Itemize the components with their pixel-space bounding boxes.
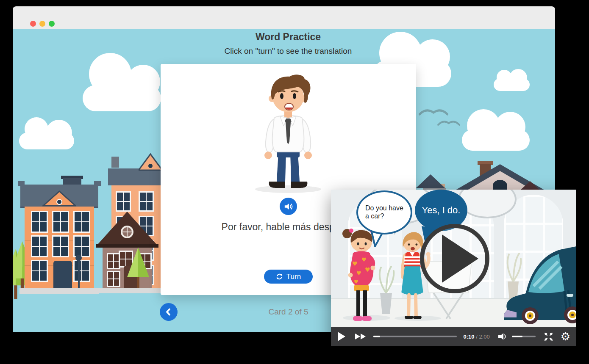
fast-forward-button[interactable] <box>355 333 367 340</box>
fullscreen-icon <box>543 331 554 342</box>
audio-button[interactable] <box>280 198 297 215</box>
progress-fill <box>373 336 380 337</box>
flashcard-character-illustration <box>252 71 324 193</box>
refresh-icon <box>276 273 283 280</box>
page-header: Word Practice Click on "turn" to see the… <box>17 31 555 56</box>
page-subtitle: Click on "turn" to see the translation <box>17 47 555 56</box>
close-window-button[interactable] <box>30 21 36 27</box>
tree-illustration <box>127 239 149 296</box>
speaker-icon <box>284 202 293 211</box>
video-player: ♥ ♥ ♥ ♥ ♥ <box>331 190 576 346</box>
time-display: 0:10 / 2:00 <box>464 334 490 340</box>
volume-button[interactable] <box>497 332 508 341</box>
time-current: 0:10 <box>464 334 475 340</box>
bird-icon <box>419 107 448 116</box>
fast-forward-icon <box>355 333 367 340</box>
window-titlebar <box>13 6 555 29</box>
svg-text:♥: ♥ <box>365 266 370 273</box>
play-icon <box>442 234 478 283</box>
car-illustration <box>504 240 576 324</box>
svg-text:♥: ♥ <box>356 270 361 276</box>
time-separator: / <box>475 334 479 340</box>
turn-button-label: Turn <box>286 273 301 281</box>
far-roof <box>520 181 540 190</box>
settings-button[interactable]: ⚙ <box>561 331 570 342</box>
volume-fill <box>512 336 522 337</box>
video-scene: ♥ ♥ ♥ ♥ ♥ <box>331 190 576 327</box>
fullscreen-button[interactable] <box>543 331 554 342</box>
answer-text: Yes, I do. <box>422 205 461 216</box>
svg-text:♥: ♥ <box>354 279 358 285</box>
minimize-window-button[interactable] <box>39 21 45 27</box>
progress-bar[interactable] <box>373 336 457 337</box>
video-play-overlay-button[interactable] <box>420 224 489 293</box>
lamp-post <box>78 260 80 288</box>
gable <box>139 152 162 171</box>
svg-text:♥: ♥ <box>361 256 367 263</box>
play-button[interactable] <box>337 331 346 342</box>
svg-text:♥: ♥ <box>352 260 358 267</box>
pediment <box>42 190 76 207</box>
play-icon <box>337 331 346 342</box>
volume-icon <box>497 332 508 341</box>
gear-icon: ⚙ <box>561 331 570 342</box>
page-title: Word Practice <box>17 31 555 43</box>
video-controls-bar: 0:10 / 2:00 ⚙ <box>331 327 576 346</box>
small-house-roof <box>416 174 446 190</box>
question-text: Do you have a car? <box>365 204 405 221</box>
time-duration: 2:00 <box>479 334 489 340</box>
turn-button[interactable]: Turn <box>264 270 313 284</box>
maximize-window-button[interactable] <box>49 21 55 27</box>
question-speech-bubble: Do you have a car? <box>356 190 412 234</box>
volume-slider[interactable] <box>512 336 536 337</box>
bird-icon <box>437 119 460 126</box>
